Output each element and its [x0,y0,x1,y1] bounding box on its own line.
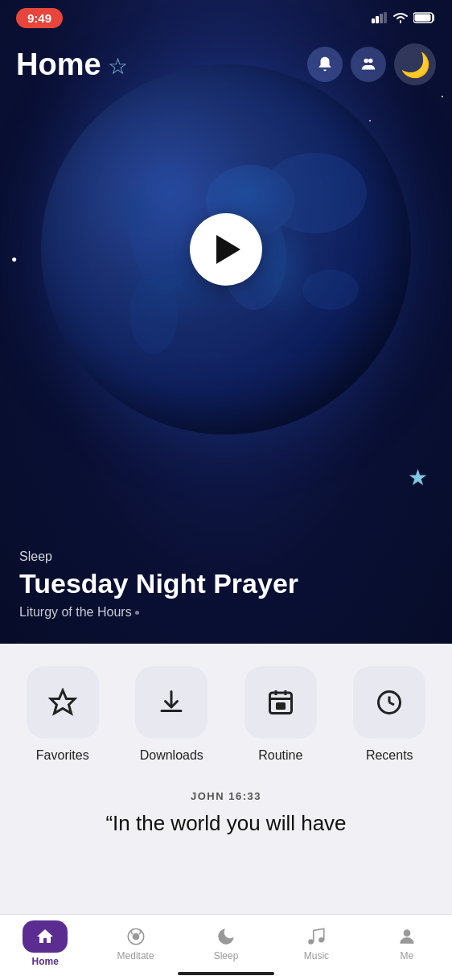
svg-point-6 [364,59,369,64]
svg-rect-20 [276,702,286,710]
svg-rect-0 [372,19,375,23]
page-title: Home [16,49,101,80]
svg-rect-5 [415,14,431,22]
star-decoration-left: ● [11,253,17,265]
dot-separator [135,611,139,615]
svg-line-23 [389,702,394,705]
bottom-nav: Home Meditate Sleep Music Me [0,914,452,980]
svg-point-10 [129,161,202,290]
nav-item-music[interactable]: Music [271,926,361,961]
svg-point-25 [132,933,139,940]
group-icon [360,56,377,73]
recents-clock-icon [375,688,404,717]
favorites-star-icon [48,688,77,717]
routine-calendar-icon [266,688,295,717]
nav-item-me[interactable]: Me [362,926,452,961]
meditate-nav-icon [125,926,146,947]
home-indicator [178,972,274,975]
action-routine[interactable]: Routine [236,666,325,763]
hero-section: 9:49 Home ☆ [0,0,452,644]
header-actions: 🌙 [307,43,436,85]
quote-section: JOHN 16:33 “In the world you will have [0,771,452,846]
battery-icon [413,12,436,23]
recents-label: Recents [366,748,413,763]
home-nav-label: Home [32,956,59,967]
me-nav-label: Me [400,950,413,961]
header-left: Home ☆ [16,49,128,80]
svg-rect-15 [161,710,183,712]
star-icon: ☆ [108,53,128,80]
music-nav-label: Music [304,950,329,961]
svg-point-27 [319,937,325,943]
signal-icon [372,12,388,23]
status-icons [372,12,436,23]
action-favorites[interactable]: Favorites [18,666,107,763]
bell-icon [316,56,334,73]
nav-item-home[interactable]: Home [0,920,90,967]
globe-container [41,64,411,434]
svg-point-7 [368,59,373,64]
svg-rect-3 [384,12,387,23]
me-nav-icon [397,926,417,947]
favorites-label: Favorites [36,748,89,763]
content-category: Sleep [19,550,433,564]
content-title: Tuesday Night Prayer [19,569,433,599]
time-display: 9:49 [16,8,63,28]
content-subtitle-text: Liturgy of the Hours [19,605,132,620]
home-nav-icon [35,927,55,946]
play-icon [216,235,240,264]
music-nav-icon [306,926,327,947]
favorites-icon-wrap [27,666,99,739]
svg-point-12 [262,153,367,233]
quote-reference: JOHN 16:33 [16,790,436,802]
svg-rect-1 [376,16,379,23]
svg-point-11 [129,274,178,354]
nav-item-sleep[interactable]: Sleep [181,926,271,961]
quick-actions: Favorites Downloads [0,644,452,771]
meditate-nav-label: Meditate [117,950,154,961]
home-nav-icon-wrap [23,920,68,953]
nav-item-meditate[interactable]: Meditate [90,926,180,961]
action-recents[interactable]: Recents [345,666,434,763]
content-subtitle: Liturgy of the Hours [19,605,433,620]
routine-label: Routine [258,748,302,763]
downloads-label: Downloads [140,748,203,763]
recents-icon-wrap [353,666,425,739]
quote-text: “In the world you will have [16,810,436,838]
wifi-icon [392,12,409,23]
notifications-button[interactable] [307,47,343,82]
svg-point-28 [403,929,410,937]
downloads-icon-wrap [135,666,208,739]
svg-point-26 [309,939,314,945]
play-button[interactable] [190,213,262,286]
svg-rect-2 [380,14,383,23]
moon-button[interactable]: 🌙 [394,43,436,85]
app-header: Home ☆ 🌙 [0,43,452,85]
svg-point-13 [302,270,359,310]
content-info: Sleep Tuesday Night Prayer Liturgy of th… [19,550,433,620]
downloads-icon [157,688,186,717]
star-decoration-right: ★ [408,464,428,491]
status-bar: 9:49 [0,0,452,35]
group-button[interactable] [351,47,386,82]
sleep-nav-label: Sleep [214,950,239,961]
svg-marker-14 [51,690,75,714]
routine-icon-wrap [244,666,317,739]
action-downloads[interactable]: Downloads [127,666,216,763]
sleep-nav-icon [216,926,236,947]
